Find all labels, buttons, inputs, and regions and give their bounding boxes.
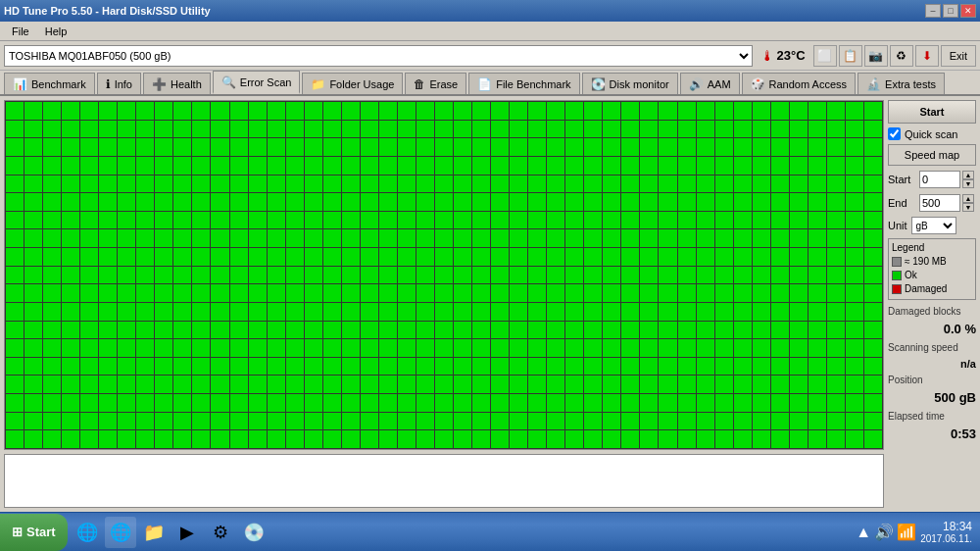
tab-erase[interactable]: 🗑 Erase (405, 73, 466, 94)
taskbar-icon-settings[interactable]: ⚙ (205, 517, 236, 548)
grid-cell (99, 138, 117, 156)
taskbar-icon-hdtune[interactable]: 💿 (238, 517, 270, 548)
grid-cell (342, 267, 360, 284)
tab-extra-tests[interactable]: 🔬 Extra tests (858, 73, 945, 94)
grid-cell (6, 394, 24, 412)
grid-cell (192, 303, 210, 321)
exit-button[interactable]: Exit (941, 45, 976, 67)
grid-cell (342, 229, 360, 247)
grid-cell (268, 358, 285, 376)
tab-aam[interactable]: 🔊 AAM (680, 73, 740, 94)
start-menu-button[interactable]: ⊞ Start (0, 514, 68, 551)
health-icon: ➕ (152, 77, 167, 91)
start-spin-down[interactable]: ▼ (962, 179, 974, 188)
tray-icon-speaker[interactable]: 🔊 (874, 523, 894, 541)
taskbar-icon-ie[interactable]: 🌐 (72, 517, 103, 548)
grid-cell (268, 248, 285, 266)
tab-file-benchmark[interactable]: 📄 File Benchmark (468, 73, 579, 94)
legend-damaged-label: Damaged (905, 282, 947, 296)
grid-cell (715, 193, 733, 211)
start-input[interactable] (919, 171, 960, 188)
tab-health[interactable]: ➕ Health (143, 73, 211, 94)
tab-error-scan[interactable]: 🔍 Error Scan (213, 71, 301, 94)
tray-icon-network[interactable]: 📶 (897, 523, 916, 541)
grid-cell (323, 358, 341, 376)
end-spin-down[interactable]: ▼ (962, 203, 974, 212)
start-spin-up[interactable]: ▲ (962, 171, 974, 179)
unit-label: Unit (888, 220, 907, 231)
grid-cell (268, 121, 285, 138)
grid-cell (136, 358, 154, 376)
grid-cell (678, 157, 696, 175)
tab-benchmark[interactable]: 📊 Benchmark (4, 73, 95, 94)
grid-cell (435, 193, 453, 211)
quick-scan-label: Quick scan (905, 128, 957, 140)
tab-folder-usage[interactable]: 📁 Folder Usage (302, 73, 403, 94)
grid-cell (734, 212, 752, 229)
taskbar-icon-folder[interactable]: 📁 (138, 517, 170, 548)
grid-cell (621, 102, 639, 120)
end-input[interactable] (919, 194, 960, 212)
grid-cell (398, 121, 416, 138)
grid-cell (491, 212, 509, 229)
taskbar-icon-media[interactable]: ▶ (172, 517, 203, 548)
grid-cell (864, 121, 882, 138)
grid-cell (62, 303, 79, 321)
tab-disk-monitor[interactable]: 💽 Disk monitor (582, 73, 678, 94)
grid-cell (472, 376, 490, 393)
tab-info[interactable]: ℹ Info (97, 73, 141, 94)
grid-cell (621, 248, 639, 266)
toolbar-btn-1[interactable]: ⬜ (813, 45, 837, 67)
grid-cell (734, 102, 752, 120)
grid-cell (678, 394, 696, 412)
start-button[interactable]: Start (888, 100, 976, 124)
start-range-row: Start ▲ ▼ (888, 170, 976, 189)
toolbar-btn-4[interactable]: ♻ (890, 45, 913, 67)
system-clock[interactable]: 18:34 2017.06.11. (920, 520, 972, 544)
grid-cell (155, 284, 172, 302)
disk-selector[interactable]: TOSHIBA MQ01ABF050 (500 gB) (4, 45, 753, 67)
start-spinner: ▲ ▼ (962, 171, 974, 188)
grid-cell (603, 394, 620, 412)
grid-cell (547, 248, 564, 266)
maximize-button[interactable]: □ (943, 4, 958, 18)
grid-cell (379, 284, 397, 302)
toolbar-btn-2[interactable]: 📋 (839, 45, 862, 67)
menu-help[interactable]: Help (37, 24, 75, 39)
unit-selector[interactable]: gB MB Sectors (911, 217, 956, 234)
grid-cell (211, 284, 228, 302)
grid-cell (528, 267, 546, 284)
taskbar-right: ▲ 🔊 📶 18:34 2017.06.11. (848, 520, 980, 544)
grid-cell (565, 267, 583, 284)
grid-cell (435, 175, 453, 193)
grid-cell (6, 193, 24, 211)
toolbar-btn-5[interactable]: ⬇ (915, 45, 939, 67)
grid-cell (43, 358, 61, 376)
scan-log-area (4, 454, 884, 508)
grid-cell (454, 339, 471, 357)
close-button[interactable]: ✕ (960, 4, 976, 18)
toolbar-btn-3[interactable]: 📷 (864, 45, 888, 67)
grid-cell (827, 157, 845, 175)
quick-scan-checkbox[interactable] (888, 127, 901, 140)
grid-cell (24, 193, 42, 211)
taskbar-icon-chrome[interactable]: 🌐 (105, 517, 136, 548)
end-spin-up[interactable]: ▲ (962, 194, 974, 203)
grid-cell (640, 430, 658, 448)
grid-cell (173, 303, 191, 321)
tray-icon-1[interactable]: ▲ (856, 524, 871, 541)
minimize-button[interactable]: – (925, 4, 941, 18)
speed-map-button[interactable]: Speed map (888, 144, 976, 166)
tab-random-access[interactable]: 🎲 Random Access (742, 73, 856, 94)
grid-cell (565, 394, 583, 412)
grid-cell (361, 193, 378, 211)
menu-file[interactable]: File (4, 24, 37, 39)
grid-cell (211, 413, 228, 430)
grid-cell (24, 121, 42, 138)
grid-cell (80, 138, 98, 156)
grid-cell (155, 212, 172, 229)
grid-cell (584, 121, 602, 138)
grid-cell (697, 303, 714, 321)
grid-cell (771, 248, 789, 266)
grid-cell (211, 322, 228, 339)
